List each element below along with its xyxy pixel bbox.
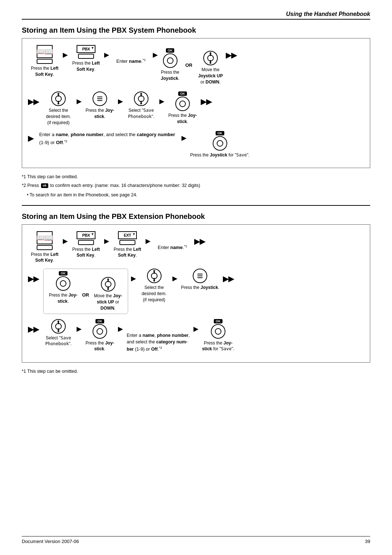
fn2-suffix: to confirm each entry. (name: max. 16 ch…	[50, 183, 200, 188]
s2-joystick-inner-updown	[105, 281, 111, 287]
step-enter-details: Enter a name, phone number, and select t…	[39, 131, 177, 147]
s2-step3-label: Press the LeftSoft Key.	[114, 246, 141, 259]
joystick-ok-1	[163, 53, 177, 68]
section2-row1: 📖 Press the LeftSoft Key. ▶ PBX ▼ Press …	[28, 231, 364, 264]
s2-step-menu: Press the Joystick.	[181, 269, 219, 291]
double-arrow-start-3: ▶	[28, 134, 33, 143]
phonebook2-icon: 📖	[37, 231, 53, 244]
s2-double-arrow-start-2: ▶▶	[28, 274, 39, 283]
softkey2-btn-1	[37, 245, 53, 250]
joystick-select	[51, 91, 66, 106]
s2-menu-line-2	[197, 276, 203, 276]
s2-footnote-1: *1 This step can be omitted.	[22, 368, 370, 375]
arrow-6: ▶	[159, 97, 164, 105]
section1-row1: 📖 Press the LeftSoft Key. ▶ PBX ▼ Press …	[28, 45, 364, 85]
softkey-btn-2	[78, 54, 94, 59]
s2-joystick-save	[51, 319, 66, 334]
step-menu: Press the Joy-stick.	[85, 91, 114, 120]
page-header: Using the Handset Phonebook	[22, 11, 370, 20]
s2-updown-joystick: Move the Joy-stick UP orDOWN.	[94, 271, 123, 311]
s2-menu-lines	[197, 274, 203, 278]
s2-arrow-6: ▶	[77, 325, 82, 333]
s2-joystick-ok	[56, 276, 70, 291]
select-phonebook-label: Select "SavePhonebook".	[128, 107, 155, 120]
s2-or-text: OR	[82, 292, 89, 298]
section2-diagram: 📖 Press the LeftSoft Key. ▶ PBX ▼ Press …	[22, 224, 370, 363]
arrow-2: ▶	[104, 51, 109, 59]
arrow-5: ▶	[118, 97, 123, 105]
step2-ext: EXT ▼ Press the LeftSoft Key.	[113, 231, 142, 259]
select-desired-label: Select thedesired item.(if required)	[46, 107, 71, 126]
double-arrow-end-2: ▶▶	[201, 97, 212, 106]
joystick-menu	[93, 91, 107, 106]
fn2-prefix: *2 Press	[22, 183, 40, 188]
s2-menu-label: Press the Joystick.	[181, 285, 219, 291]
menu-label: Press the Joy-stick.	[86, 107, 114, 120]
pbx-icon: PBX ▼	[77, 45, 95, 53]
step-select-phonebook: Select "SavePhonebook".	[127, 91, 156, 120]
phonebook-icon-container: 📖	[37, 45, 53, 64]
s2-final-label: Press the Joy-stick for "Save".	[202, 340, 234, 352]
s2-menu-line-1	[197, 274, 203, 274]
s2-joystick-inner-ok	[60, 280, 66, 287]
joystick-ok-label: Press theJoystick.	[161, 69, 179, 82]
joystick-ok-3	[213, 136, 227, 151]
joystick-inner-3	[179, 101, 186, 107]
s2-arrow-1: ▶	[63, 237, 68, 245]
softkey2-btn-2	[78, 240, 94, 245]
softkey2-btn-3	[119, 240, 135, 245]
step-pbx-1: PBX ▼ Press the LeftSoft Key.	[72, 45, 101, 73]
arrow-1: ▶	[63, 51, 68, 59]
ext-arrow: ▼	[132, 232, 135, 236]
ext-icon-container: EXT ▼	[118, 231, 137, 245]
pbx-arrow: ▼	[91, 46, 94, 50]
joystick-ok-2	[175, 97, 190, 111]
s2-joystick-inner-final	[215, 328, 221, 335]
joystick-inner-2	[138, 95, 144, 102]
arrow-7: ▶	[181, 134, 187, 142]
s2-menu-line-3	[197, 277, 203, 278]
s2-updown-label: Move the Joy-stick UP orDOWN.	[94, 293, 122, 311]
enter-name2-text: Enter name.*1	[158, 244, 187, 250]
s2-arrow-7: ▶	[118, 325, 123, 333]
s2-double-arrow-end-2: ▶▶	[223, 274, 234, 283]
overlay	[93, 92, 106, 105]
s2-enter-spacer	[127, 319, 190, 332]
section1-row2: ▶▶ Select thedesired item.(if required) …	[28, 91, 364, 126]
step-select-desired: Select thedesired item.(if required)	[44, 91, 73, 126]
step2-enter-name: Enter name.*1	[154, 231, 191, 250]
page-footer: Document Version 2007-06 39	[22, 536, 370, 544]
joystick-save-label: Press the Joystick for "Save".	[190, 152, 250, 158]
s2-step1-label: Press the LeftSoft Key.	[31, 252, 58, 264]
s2-joystick-menu	[193, 269, 207, 283]
pbx2-icon-container: PBX ▼	[77, 231, 95, 245]
footnote-2: *2 Press ok to confirm each entry. (name…	[22, 182, 370, 189]
pbx2-icon: PBX ▼	[77, 231, 95, 239]
double-arrow-start-2: ▶▶	[28, 97, 39, 106]
s2-joystick-inner-select	[151, 273, 158, 279]
step2-phonebook: 📖 Press the LeftSoft Key.	[30, 231, 59, 264]
footer-left: Document Version 2007-06	[22, 539, 79, 544]
ext-text: EXT	[124, 233, 131, 237]
step-phonebook-1: 📖 Press the LeftSoft Key.	[30, 45, 59, 78]
s2-ok-joystick: OK Press the Joy-stick.	[49, 271, 78, 305]
s2-step-press-joy: OK Press the Joy-stick.	[85, 319, 114, 352]
s2-joystick-updown	[101, 277, 115, 291]
updown-joystick-cell: Move theJoystick UPor DOWN.	[198, 45, 223, 85]
s2-ok-badge-3: OK	[95, 319, 104, 323]
joystick-updown-1	[203, 51, 218, 65]
updown-label: Move theJoystick UPor DOWN.	[198, 67, 223, 85]
s2-step2-label: Press the LeftSoft Key.	[72, 246, 100, 259]
page: Using the Handset Phonebook Storing an I…	[0, 0, 392, 555]
enter-name-text: Enter name.*1	[117, 58, 146, 64]
s2-step-select: Select thedesired item.(if required)	[140, 269, 169, 303]
s2-arrow-2: ▶	[104, 237, 109, 245]
footnote-1: *1 This step can be omitted.	[22, 173, 370, 180]
section2-footnotes: *1 This step can be omitted.	[22, 368, 370, 375]
s2-press-joy-label: Press the Joy-stick.	[86, 340, 114, 352]
s2-ok-badge: OK	[59, 271, 68, 276]
s2-joystick-3	[93, 324, 107, 339]
or-group: OK Press theJoystick. OR Move theJoystic…	[161, 45, 223, 85]
ok-or-row: OK Press theJoystick. OR Move theJoystic…	[161, 45, 223, 85]
section1-row3: ▶ Enter a name, phone number, and select…	[28, 131, 364, 158]
